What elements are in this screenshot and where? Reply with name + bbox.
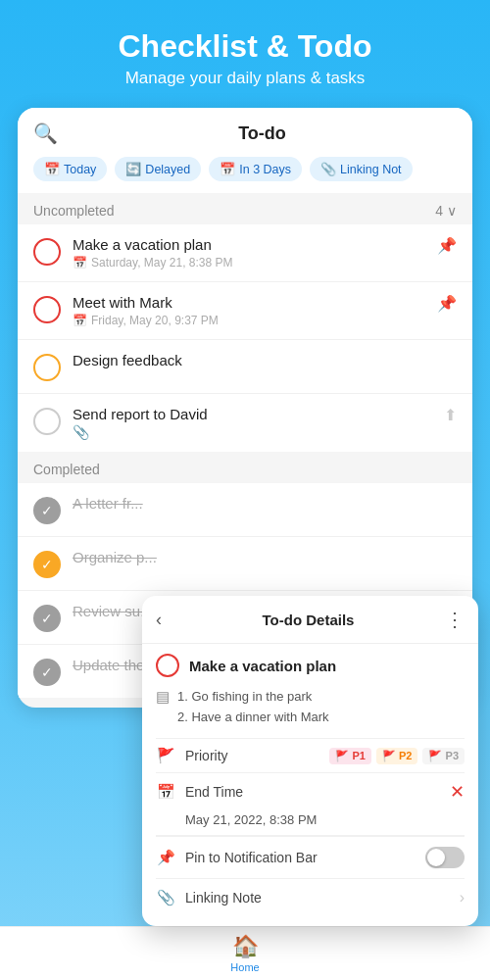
tab-today-label: Today: [64, 163, 96, 176]
todo-item[interactable]: ✓ A letter fr...: [18, 483, 472, 537]
detail-panel: ‹ To-do Details ⋮ Make a vacation plan ▤…: [142, 596, 478, 926]
calendar2-icon: 📅: [220, 162, 235, 176]
app-title: Checklist & Todo: [20, 27, 470, 65]
completed-label: Completed: [33, 462, 100, 477]
tab-linking[interactable]: 📎 Linking Not: [310, 157, 413, 181]
app-subtitle: Manage your daily plans & tasks: [20, 69, 470, 88]
detail-more-button[interactable]: ⋮: [445, 608, 465, 631]
tab-linking-label: Linking Not: [340, 163, 402, 176]
todo-circle-3: [33, 354, 61, 381]
todo-name-1: Make a vacation plan: [73, 236, 429, 253]
link-chevron-icon: ›: [460, 889, 465, 906]
detail-back-button[interactable]: ‹: [156, 610, 162, 630]
uncompleted-count: 4 ∨: [435, 203, 457, 219]
todo-content-2: Meet with Mark 📅 Friday, May 20, 9:37 PM: [73, 294, 429, 327]
todo-item[interactable]: Make a vacation plan 📅 Saturday, May 21,…: [18, 224, 472, 282]
priority-p1[interactable]: 🚩 P1: [329, 748, 371, 764]
todo-item[interactable]: ✓ Organize p...: [18, 537, 472, 591]
end-time-row: 📅 End Time ✕: [156, 772, 465, 810]
priority-badges: 🚩 P1 🚩 P2 🚩 P3: [329, 748, 465, 764]
end-time-label: End Time: [185, 784, 450, 800]
detail-subtasks: ▤ 1. Go fishing in the park 2. Have a di…: [156, 687, 465, 728]
uncompleted-header: Uncompleted 4 ∨: [18, 193, 472, 224]
detail-header: ‹ To-do Details ⋮: [142, 596, 478, 644]
pin-row: 📌 Pin to Notification Bar: [156, 836, 465, 878]
todo-content-3: Design feedback: [73, 352, 457, 368]
flag-icon: 🚩: [156, 747, 175, 764]
card-header-row: 🔍 To-do: [33, 122, 457, 145]
detail-task-circle: [156, 654, 179, 677]
todo-name-2: Meet with Mark: [73, 294, 429, 311]
search-icon[interactable]: 🔍: [33, 122, 58, 145]
pin-icon-1: 📌: [437, 236, 457, 255]
pin-notif-icon: 📌: [156, 849, 175, 866]
delayed-icon: 🔄: [125, 162, 141, 176]
subtask-2: 2. Have a dinner with Mark: [177, 708, 329, 728]
subtask-1: 1. Go fishing in the park: [177, 687, 329, 708]
detail-task-name: Make a vacation plan: [156, 654, 465, 677]
pin-icon-2: 📌: [437, 294, 457, 313]
calendar-end-icon: 📅: [156, 783, 175, 801]
attach-icon: 📎: [73, 424, 436, 440]
todo-date-2: 📅 Friday, May 20, 9:37 PM: [73, 314, 429, 327]
completed-name-5: A letter fr...: [73, 495, 457, 512]
tab-delayed-label: Delayed: [145, 163, 190, 176]
todo-item[interactable]: Send report to David 📎 ⬆: [18, 394, 472, 452]
done-circle-5: ✓: [33, 497, 61, 524]
link-note-icon: 📎: [156, 889, 175, 906]
subtask-text: 1. Go fishing in the park 2. Have a dinn…: [177, 687, 329, 728]
card-title: To-do: [68, 123, 457, 144]
done-circle-8: ✓: [33, 659, 61, 686]
link-note-row[interactable]: 📎 Linking Note ›: [156, 878, 465, 916]
tab-today[interactable]: 📅 Today: [33, 157, 107, 181]
todo-item[interactable]: Design feedback: [18, 340, 472, 394]
pin-gray-icon: ⬆: [444, 406, 457, 424]
tab-delayed[interactable]: 🔄 Delayed: [115, 157, 201, 181]
todo-circle-4: [33, 408, 61, 435]
todo-name-3: Design feedback: [73, 352, 457, 368]
priority-p2[interactable]: 🚩 P2: [376, 748, 418, 764]
completed-header: Completed: [18, 452, 472, 483]
pin-toggle[interactable]: [425, 847, 465, 868]
priority-row: 🚩 Priority 🚩 P1 🚩 P2 🚩 P3: [156, 738, 465, 772]
todo-circle-1: [33, 238, 61, 266]
filter-tabs: 📅 Today 🔄 Delayed 📅 In 3 Days 📎 Linking …: [33, 157, 457, 193]
todo-name-4: Send report to David: [73, 406, 436, 422]
todo-circle-2: [33, 296, 61, 323]
todo-item[interactable]: Meet with Mark 📅 Friday, May 20, 9:37 PM…: [18, 282, 472, 340]
todo-date-1: 📅 Saturday, May 21, 8:38 PM: [73, 256, 429, 270]
done-circle-6: ✓: [33, 551, 61, 578]
tab-in3days-label: In 3 Days: [239, 163, 291, 176]
cal-icon-2: 📅: [73, 314, 87, 327]
end-time-clear-button[interactable]: ✕: [450, 781, 465, 803]
calendar-icon: 📅: [44, 162, 60, 176]
done-circle-7: ✓: [33, 605, 61, 632]
card-top: 🔍 To-do 📅 Today 🔄 Delayed 📅 In 3 Days 📎 …: [18, 108, 472, 193]
completed-content-6: Organize p...: [73, 549, 457, 565]
link-note-label: Linking Note: [185, 890, 460, 906]
link-icon: 📎: [320, 162, 336, 176]
completed-name-6: Organize p...: [73, 549, 457, 565]
detail-title: To-do Details: [172, 612, 445, 628]
pin-label: Pin to Notification Bar: [185, 850, 425, 865]
nav-home-label: Home: [230, 961, 259, 973]
detail-task-title: Make a vacation plan: [189, 658, 336, 674]
uncompleted-label: Uncompleted: [33, 203, 115, 219]
priority-p3[interactable]: 🚩 P3: [422, 748, 465, 764]
detail-body: Make a vacation plan ▤ 1. Go fishing in …: [142, 644, 478, 926]
end-time-value: May 21, 2022, 8:38 PM: [156, 810, 465, 836]
app-header: Checklist & Todo Manage your daily plans…: [0, 0, 490, 108]
priority-label: Priority: [185, 748, 329, 763]
todo-content-1: Make a vacation plan 📅 Saturday, May 21,…: [73, 236, 429, 270]
home-icon: 🏠: [232, 934, 259, 959]
completed-content-5: A letter fr...: [73, 495, 457, 512]
todo-content-4: Send report to David 📎: [73, 406, 436, 440]
tab-in3days[interactable]: 📅 In 3 Days: [209, 157, 302, 181]
cal-icon: 📅: [73, 256, 87, 270]
bottom-nav: 🏠 Home: [0, 926, 490, 980]
subtask-list-icon: ▤: [156, 688, 170, 706]
nav-home[interactable]: 🏠 Home: [230, 934, 259, 973]
uncompleted-list: Make a vacation plan 📅 Saturday, May 21,…: [18, 224, 472, 452]
